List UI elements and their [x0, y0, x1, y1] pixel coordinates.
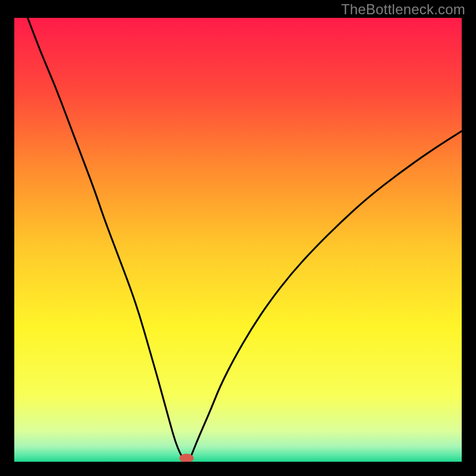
chart-background	[14, 18, 462, 462]
chart-container: TheBottleneck.com	[0, 0, 476, 476]
watermark-label: TheBottleneck.com	[341, 1, 465, 18]
chart-svg	[14, 18, 462, 462]
